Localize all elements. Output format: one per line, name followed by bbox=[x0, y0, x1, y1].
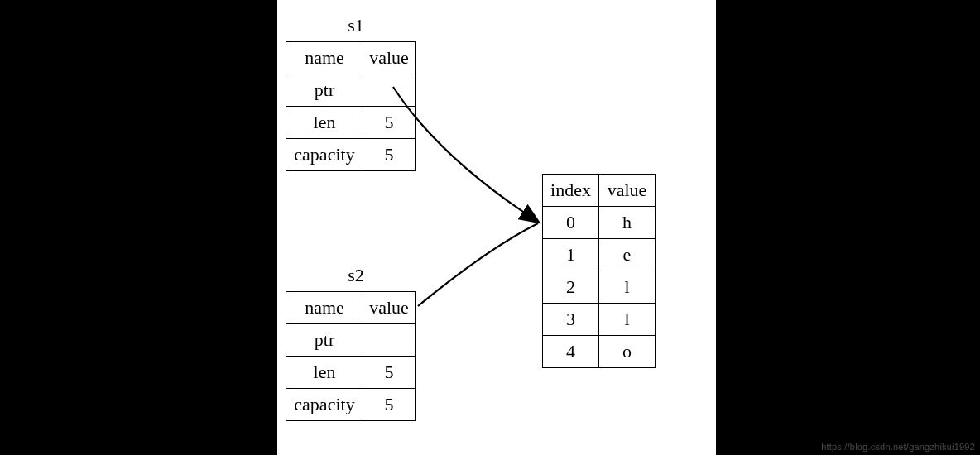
s1-row1-value: 5 bbox=[363, 107, 416, 139]
heap-header-value: value bbox=[599, 175, 656, 207]
s1-row2-value: 5 bbox=[363, 139, 416, 171]
s1-title: s1 bbox=[315, 15, 397, 36]
table-row: ptr bbox=[286, 74, 416, 107]
watermark: https://blog.csdn.net/gangzhikui1992 bbox=[821, 442, 975, 452]
heap-row0-index: 0 bbox=[543, 207, 599, 239]
heap-row4-value: o bbox=[599, 336, 656, 368]
arrow-s2-to-heap bbox=[418, 223, 538, 306]
s1-header-name: name bbox=[286, 42, 363, 74]
table-row: name value bbox=[286, 292, 416, 324]
s1-table: name value ptr len 5 capacity 5 bbox=[286, 41, 416, 171]
heap-row1-value: e bbox=[599, 239, 656, 271]
heap-table: index value 0 h 1 e 2 l 3 l 4 o bbox=[542, 174, 656, 368]
s1-row0-name: ptr bbox=[286, 74, 363, 107]
s1-row0-value bbox=[363, 74, 416, 107]
table-row: capacity 5 bbox=[286, 389, 416, 421]
table-row: ptr bbox=[286, 324, 416, 357]
table-row: 4 o bbox=[543, 336, 656, 368]
heap-row0-value: h bbox=[599, 207, 656, 239]
heap-row3-value: l bbox=[599, 304, 656, 336]
table-row: len 5 bbox=[286, 107, 416, 139]
table-row: 0 h bbox=[543, 207, 656, 239]
s2-header-value: value bbox=[363, 292, 416, 324]
s2-row2-name: capacity bbox=[286, 389, 363, 421]
heap-row3-index: 3 bbox=[543, 304, 599, 336]
s2-title: s2 bbox=[315, 265, 397, 286]
table-row: name value bbox=[286, 42, 416, 74]
s2-row1-value: 5 bbox=[363, 357, 416, 389]
s1-row2-name: capacity bbox=[286, 139, 363, 171]
s2-row1-name: len bbox=[286, 357, 363, 389]
s2-table: name value ptr len 5 capacity 5 bbox=[286, 291, 416, 421]
s1-row1-name: len bbox=[286, 107, 363, 139]
s1-header-value: value bbox=[363, 42, 416, 74]
s2-row2-value: 5 bbox=[363, 389, 416, 421]
s2-row0-name: ptr bbox=[286, 324, 363, 357]
diagram-canvas: s1 name value ptr len 5 capacity 5 s2 na… bbox=[277, 0, 716, 455]
s2-row0-value bbox=[363, 324, 416, 357]
heap-row1-index: 1 bbox=[543, 239, 599, 271]
s2-header-name: name bbox=[286, 292, 363, 324]
heap-header-index: index bbox=[543, 175, 599, 207]
table-row: 1 e bbox=[543, 239, 656, 271]
table-row: index value bbox=[543, 175, 656, 207]
table-row: capacity 5 bbox=[286, 139, 416, 171]
heap-row4-index: 4 bbox=[543, 336, 599, 368]
table-row: 2 l bbox=[543, 271, 656, 304]
heap-row2-value: l bbox=[599, 271, 656, 304]
heap-row2-index: 2 bbox=[543, 271, 599, 304]
table-row: 3 l bbox=[543, 304, 656, 336]
table-row: len 5 bbox=[286, 357, 416, 389]
